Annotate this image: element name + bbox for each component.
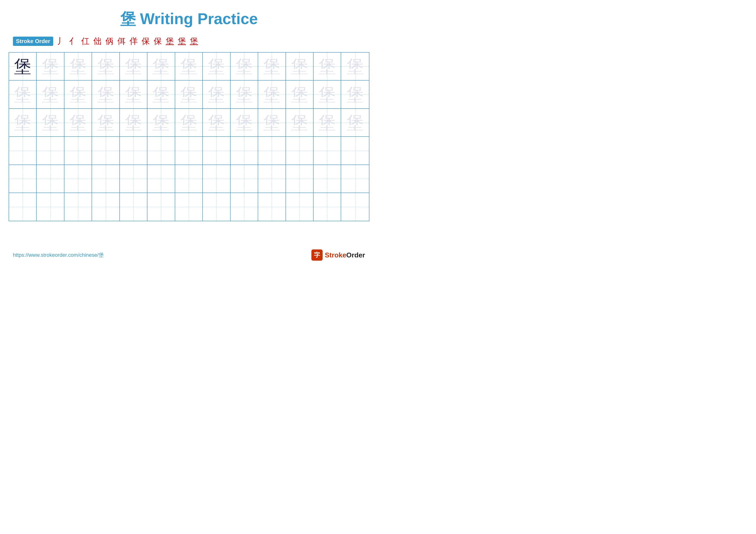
cell-5-5 bbox=[120, 165, 148, 192]
cell-5-10 bbox=[258, 165, 286, 192]
cell-5-2 bbox=[37, 165, 64, 192]
cell-2-12: 堡 bbox=[313, 81, 341, 108]
cell-3-3: 堡 bbox=[65, 109, 92, 136]
cell-5-1 bbox=[9, 165, 37, 192]
grid-row-4 bbox=[9, 137, 369, 165]
cell-1-11: 堡 bbox=[286, 53, 313, 80]
cell-6-9 bbox=[230, 193, 258, 220]
title-section: 堡 Writing Practice bbox=[0, 0, 378, 29]
cell-6-5 bbox=[120, 193, 148, 220]
footer-url: https://www.strokeorder.com/chinese/堡 bbox=[13, 252, 104, 259]
cell-2-5: 堡 bbox=[120, 81, 148, 108]
cell-3-9: 堡 bbox=[230, 109, 258, 136]
cell-5-6 bbox=[148, 165, 175, 192]
cell-2-2: 堡 bbox=[37, 81, 64, 108]
stroke-7: 佯 bbox=[129, 36, 138, 47]
stroke-1: 丿 bbox=[57, 36, 65, 47]
stroke-12: 堡 bbox=[190, 36, 198, 47]
cell-3-13: 堡 bbox=[341, 109, 369, 136]
brand-icon: 字 bbox=[311, 249, 323, 261]
cell-2-10: 堡 bbox=[258, 81, 286, 108]
cell-4-9 bbox=[230, 137, 258, 165]
stroke-4: 㑁 bbox=[93, 36, 101, 47]
cell-3-4: 堡 bbox=[92, 109, 120, 136]
cell-6-2 bbox=[37, 193, 64, 220]
stroke-10: 堡 bbox=[166, 36, 174, 47]
cell-6-1 bbox=[9, 193, 37, 220]
cell-4-11 bbox=[286, 137, 313, 165]
cell-1-8: 堡 bbox=[203, 53, 230, 80]
cell-5-9 bbox=[230, 165, 258, 192]
cell-1-3: 堡 bbox=[65, 53, 92, 80]
cell-1-1: 堡 bbox=[9, 53, 37, 80]
cell-3-11: 堡 bbox=[286, 109, 313, 136]
cell-6-8 bbox=[203, 193, 230, 220]
stroke-8: 保 bbox=[142, 36, 150, 47]
cell-5-3 bbox=[65, 165, 92, 192]
stroke-2: 亻 bbox=[69, 36, 77, 47]
stroke-5: 㑂 bbox=[105, 36, 114, 47]
cell-3-5: 堡 bbox=[120, 109, 148, 136]
cell-1-2: 堡 bbox=[37, 53, 64, 80]
cell-4-1 bbox=[9, 137, 37, 165]
cell-4-5 bbox=[120, 137, 148, 165]
cell-3-7: 堡 bbox=[175, 109, 203, 136]
cell-6-3 bbox=[65, 193, 92, 220]
cell-3-12: 堡 bbox=[313, 109, 341, 136]
stroke-11: 堡 bbox=[178, 36, 186, 47]
stroke-6: 佴 bbox=[118, 36, 126, 47]
footer: https://www.strokeorder.com/chinese/堡 字 … bbox=[0, 249, 378, 261]
cell-2-9: 堡 bbox=[230, 81, 258, 108]
cell-6-11 bbox=[286, 193, 313, 220]
grid-row-3: 堡 堡 堡 堡 堡 堡 堡 堡 堡 堡 堡 堡 堡 bbox=[9, 109, 369, 137]
cell-1-7: 堡 bbox=[175, 53, 203, 80]
char-dark: 堡 bbox=[14, 58, 31, 75]
cell-6-7 bbox=[175, 193, 203, 220]
cell-3-8: 堡 bbox=[203, 109, 230, 136]
grid-row-5 bbox=[9, 165, 369, 193]
stroke-3: 仜 bbox=[81, 36, 90, 47]
cell-6-10 bbox=[258, 193, 286, 220]
cell-6-4 bbox=[92, 193, 120, 220]
cell-1-12: 堡 bbox=[313, 53, 341, 80]
cell-3-1: 堡 bbox=[9, 109, 37, 136]
cell-1-9: 堡 bbox=[230, 53, 258, 80]
title-chinese: 堡 bbox=[120, 10, 136, 27]
grid-row-6 bbox=[9, 193, 369, 220]
cell-5-8 bbox=[203, 165, 230, 192]
stroke-order-row: Stroke Order 丿 亻 仜 㑁 㑂 佴 佯 保 保 堡 堡 堡 bbox=[0, 34, 378, 49]
grid-row-2: 堡 堡 堡 堡 堡 堡 堡 堡 堡 堡 堡 堡 堡 bbox=[9, 81, 369, 109]
page-title: 堡 Writing Practice bbox=[120, 10, 258, 27]
brand-name: StrokeOrder bbox=[325, 251, 365, 259]
stroke-9: 保 bbox=[154, 36, 162, 47]
cell-6-13 bbox=[341, 193, 369, 220]
cell-5-11 bbox=[286, 165, 313, 192]
cell-6-12 bbox=[313, 193, 341, 220]
cell-2-13: 堡 bbox=[341, 81, 369, 108]
grid-row-1: 堡 堡 堡 堡 堡 堡 堡 堡 堡 堡 堡 堡 堡 bbox=[9, 53, 369, 81]
cell-1-5: 堡 bbox=[120, 53, 148, 80]
cell-4-2 bbox=[37, 137, 64, 165]
cell-3-2: 堡 bbox=[37, 109, 64, 136]
cell-4-10 bbox=[258, 137, 286, 165]
cell-5-7 bbox=[175, 165, 203, 192]
cell-4-12 bbox=[313, 137, 341, 165]
cell-1-4: 堡 bbox=[92, 53, 120, 80]
cell-2-8: 堡 bbox=[203, 81, 230, 108]
practice-grid: 堡 堡 堡 堡 堡 堡 堡 堡 堡 堡 堡 堡 堡 堡 堡 堡 堡 堡 堡 堡 … bbox=[9, 52, 369, 221]
cell-5-4 bbox=[92, 165, 120, 192]
cell-2-7: 堡 bbox=[175, 81, 203, 108]
cell-1-13: 堡 bbox=[341, 53, 369, 80]
stroke-order-badge: Stroke Order bbox=[13, 37, 53, 46]
cell-4-13 bbox=[341, 137, 369, 165]
cell-4-7 bbox=[175, 137, 203, 165]
cell-4-4 bbox=[92, 137, 120, 165]
cell-2-11: 堡 bbox=[286, 81, 313, 108]
cell-5-13 bbox=[341, 165, 369, 192]
cell-2-4: 堡 bbox=[92, 81, 120, 108]
cell-3-10: 堡 bbox=[258, 109, 286, 136]
cell-2-6: 堡 bbox=[148, 81, 175, 108]
footer-brand: 字 StrokeOrder bbox=[311, 249, 365, 261]
title-english: Writing Practice bbox=[140, 10, 258, 27]
cell-5-12 bbox=[313, 165, 341, 192]
